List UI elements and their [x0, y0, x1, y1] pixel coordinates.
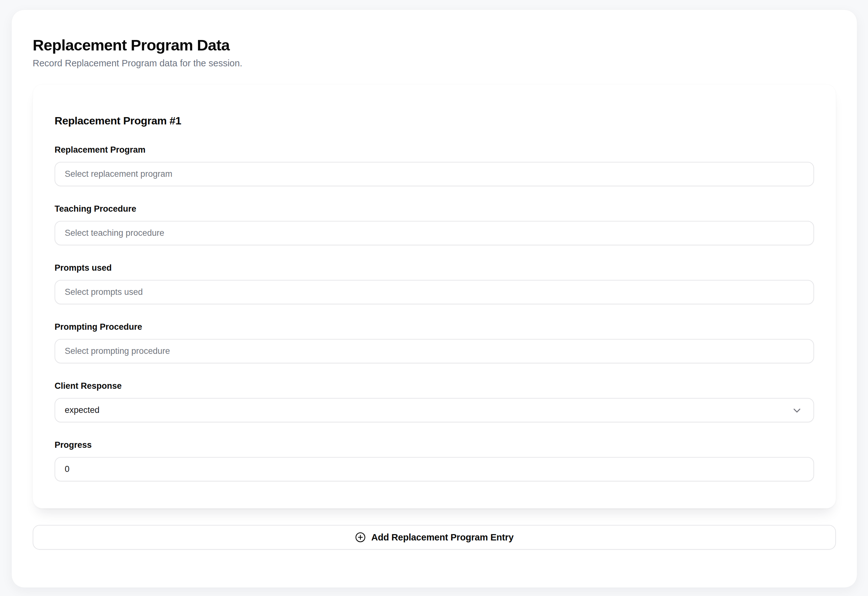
replacement-program-entry-card: Replacement Program #1 Replacement Progr…: [32, 84, 836, 509]
field-client-response: Client Response expected: [55, 380, 814, 422]
client-response-value: expected: [65, 405, 100, 415]
chevron-down-icon: [791, 405, 803, 416]
add-replacement-program-entry-button[interactable]: Add Replacement Program Entry: [32, 525, 836, 550]
field-prompts-used: Prompts used: [55, 262, 814, 304]
progress-label: Progress: [55, 439, 814, 451]
prompting-procedure-label: Prompting Procedure: [55, 321, 814, 333]
page-title: Replacement Program Data: [32, 35, 836, 55]
prompting-procedure-select[interactable]: [55, 339, 814, 363]
entry-heading: Replacement Program #1: [55, 113, 814, 128]
page-subtitle: Record Replacement Program data for the …: [32, 57, 836, 70]
teaching-procedure-label: Teaching Procedure: [55, 203, 814, 214]
replacement-program-label: Replacement Program: [55, 144, 814, 155]
progress-input[interactable]: [55, 457, 814, 481]
client-response-select[interactable]: expected: [55, 398, 814, 422]
field-teaching-procedure: Teaching Procedure: [55, 203, 814, 245]
prompts-used-label: Prompts used: [55, 262, 814, 274]
field-replacement-program: Replacement Program: [55, 144, 814, 186]
replacement-program-select[interactable]: [55, 162, 814, 186]
plus-circle-icon: [355, 532, 366, 543]
prompts-used-select[interactable]: [55, 280, 814, 304]
field-prompting-procedure: Prompting Procedure: [55, 321, 814, 363]
add-entry-button-label: Add Replacement Program Entry: [371, 532, 514, 543]
page-card: Replacement Program Data Record Replacem…: [12, 9, 857, 588]
client-response-label: Client Response: [55, 380, 814, 392]
teaching-procedure-select[interactable]: [55, 221, 814, 245]
field-progress: Progress: [55, 439, 814, 481]
